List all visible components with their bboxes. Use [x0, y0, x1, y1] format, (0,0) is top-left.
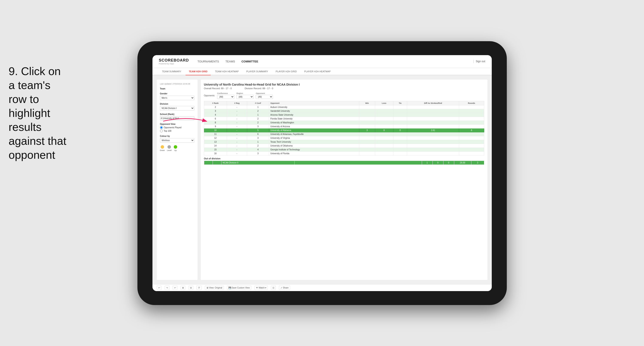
- legend-down-circle: [160, 145, 164, 149]
- out-div-tie: 0: [443, 161, 454, 165]
- opponents-label: Opponents:: [204, 94, 215, 97]
- nav-links: TOURNAMENTS TEAMS COMMITTEE: [198, 59, 473, 64]
- table-row[interactable]: 11-6University of Arkansas, Fayetteville: [204, 132, 484, 136]
- screen-share-btn[interactable]: ⊡: [271, 286, 276, 290]
- sidebar-division-select[interactable]: NCAA Division I NCAA Division II: [160, 106, 194, 110]
- radio-opponents-played[interactable]: Opponents Played: [160, 126, 194, 129]
- table-row[interactable]: 2-1Auburn University: [204, 105, 484, 109]
- sign-out-link[interactable]: Sign out: [476, 60, 485, 63]
- undo2-btn[interactable]: ↩: [173, 286, 177, 290]
- legend-down: Down: [160, 145, 165, 151]
- table-row[interactable]: 16-3University of Florida: [204, 151, 484, 155]
- tab-player-summary[interactable]: PLAYER SUMMARY: [243, 68, 272, 75]
- table-row[interactable]: 3-2Vanderbilt University: [204, 109, 484, 113]
- h2h-table: # Rank # Reg # Conf Opponent Win Loss Ti…: [204, 101, 484, 156]
- zoom-btn[interactable]: ⊞: [180, 286, 185, 290]
- tab-team-summary[interactable]: TEAM SUMMARY: [159, 68, 185, 75]
- out-div-loss: 0: [432, 161, 443, 165]
- out-div-diff: 26.00: [454, 161, 471, 165]
- col-reg: # Reg: [227, 101, 247, 105]
- out-div-reg: [212, 161, 221, 165]
- share-btn[interactable]: ⤤ Share: [279, 286, 290, 290]
- conference-filter-select[interactable]: (All): [217, 95, 234, 99]
- out-div-opponent: [294, 161, 422, 165]
- sidebar-gender-select[interactable]: Men's Women's: [160, 96, 194, 100]
- colour-by-section: Colour by Win/loss: [160, 135, 194, 143]
- colour-by-select[interactable]: Win/loss: [160, 138, 194, 143]
- sidebar-school-section: School (Rank) 4 University of Nort...: [160, 113, 194, 120]
- table-row[interactable]: 12-3University of Virginia: [204, 136, 484, 140]
- tab-player-h2h-grid[interactable]: PLAYER H2H GRID: [272, 68, 300, 75]
- region-filter-select[interactable]: (All): [236, 95, 254, 99]
- scoreboard-logo: SCOREBOARD Powered by clippi: [159, 58, 189, 65]
- col-diff: Diff Av Strokes/Rnd: [407, 101, 459, 105]
- table-row[interactable]: 13-1Texas Tech University: [204, 140, 484, 144]
- options-btn[interactable]: ⊟: [188, 286, 193, 290]
- radio-top100[interactable]: Top 100: [160, 130, 194, 132]
- save-custom-btn[interactable]: 💾 Save Custom View: [227, 286, 251, 290]
- conference-filter: Conference (All): [217, 92, 234, 99]
- out-of-division-label: Out of division: [204, 157, 484, 160]
- tabs-bar: TEAM SUMMARY TEAM H2H GRID TEAM H2H HEAT…: [152, 68, 492, 75]
- legend: Down Level Up: [160, 145, 194, 151]
- view-original-btn[interactable]: 🖥 View: Original: [205, 286, 224, 290]
- legend-level-circle: [168, 145, 171, 149]
- table-row[interactable]: 15-4Georgia Institute of Technology: [204, 148, 484, 151]
- tab-team-h2h-grid[interactable]: TEAM H2H GRID: [186, 68, 211, 75]
- table-row[interactable]: 14-2University of Oklahoma: [204, 144, 484, 148]
- out-div-division: NCAA Division II: [221, 161, 294, 165]
- legend-level: Level: [167, 145, 172, 151]
- instruction-text: 9. Click on a team's row to highlight re…: [8, 64, 66, 162]
- grid-area: University of North Carolina Head-to-Hea…: [201, 80, 488, 280]
- sidebar-division-label: Division: [160, 103, 194, 105]
- main-content: Last Updated: 27/03/2024 16:55:38 Team G…: [152, 75, 492, 284]
- out-div-win: 1: [422, 161, 432, 165]
- tablet-device: SCOREBOARD Powered by clippi TOURNAMENTS…: [138, 41, 507, 305]
- sidebar-team-label: Team: [160, 87, 194, 90]
- table-row[interactable]: 8-2University of Washington: [204, 121, 484, 124]
- table-row[interactable]: 9-3University of Arizona: [204, 124, 484, 128]
- legend-up-label: Up: [174, 149, 177, 151]
- legend-level-label: Level: [167, 149, 172, 151]
- logo-sub: Powered by clippi: [159, 63, 189, 65]
- nav-committee[interactable]: COMMITTEE: [241, 59, 258, 64]
- nav-divider: |: [473, 59, 474, 63]
- table-row[interactable]: 10-5University of Alabama3002.618: [204, 128, 484, 132]
- region-filter-label: Region: [236, 92, 254, 94]
- redo-btn[interactable]: ↪: [165, 286, 170, 290]
- tab-team-h2h-heatmap[interactable]: TEAM H2H HEATMAP: [212, 68, 242, 75]
- col-loss: Loss: [375, 101, 393, 105]
- filters-row: Opponents: Conference (All) Region (All): [204, 92, 484, 99]
- radio-top100-label: Top 100: [164, 130, 172, 132]
- col-tie: Tie: [393, 101, 407, 105]
- tab-player-h2h-heatmap[interactable]: PLAYER H2H HEATMAP: [301, 68, 334, 75]
- out-div-rank: [204, 161, 212, 165]
- table-row[interactable]: 6-2Florida State University: [204, 117, 484, 121]
- watch-btn[interactable]: 👁 Watch ▾: [254, 286, 268, 290]
- nav-tournaments[interactable]: TOURNAMENTS: [198, 59, 219, 64]
- navbar: SCOREBOARD Powered by clippi TOURNAMENTS…: [152, 55, 492, 68]
- overall-record: Overall Record: 89 - 17 - 0: [204, 87, 232, 90]
- out-of-div-row[interactable]: NCAA Division II 1 0 0 26.00 3: [204, 161, 484, 165]
- conference-filter-label: Conference: [217, 92, 234, 94]
- col-win: Win: [359, 101, 375, 105]
- logo-main: SCOREBOARD: [159, 58, 189, 63]
- grid-records: Overall Record: 89 - 17 - 0 Division Rec…: [204, 87, 484, 90]
- col-rounds: Rounds: [459, 101, 484, 105]
- out-div-rounds: 3: [471, 161, 484, 165]
- undo-btn[interactable]: ↩: [157, 286, 162, 290]
- radio-opponents-played-label: Opponents Played: [164, 126, 182, 129]
- clock-btn[interactable]: ⏱: [196, 286, 202, 290]
- sidebar-timestamp: Last Updated: 27/03/2024 16:55:38: [160, 83, 194, 85]
- sidebar-gender-label: Gender: [160, 92, 194, 95]
- legend-up: Up: [174, 145, 177, 151]
- opponent-filter-select[interactable]: (All): [256, 95, 273, 99]
- sidebar-gender-section: Gender Men's Women's: [160, 92, 194, 100]
- toolbar: ↩ ↪ ↩ ⊞ ⊟ ⏱ 🖥 View: Original 💾 Save Cust…: [152, 284, 492, 291]
- opponent-view-label: Opponent View: [160, 123, 194, 125]
- col-conf: # Conf: [247, 101, 269, 105]
- sidebar-school-label: School (Rank): [160, 113, 194, 115]
- tablet-screen: SCOREBOARD Powered by clippi TOURNAMENTS…: [152, 55, 492, 291]
- table-row[interactable]: 4-1Arizona State University: [204, 113, 484, 117]
- nav-teams[interactable]: TEAMS: [226, 59, 235, 64]
